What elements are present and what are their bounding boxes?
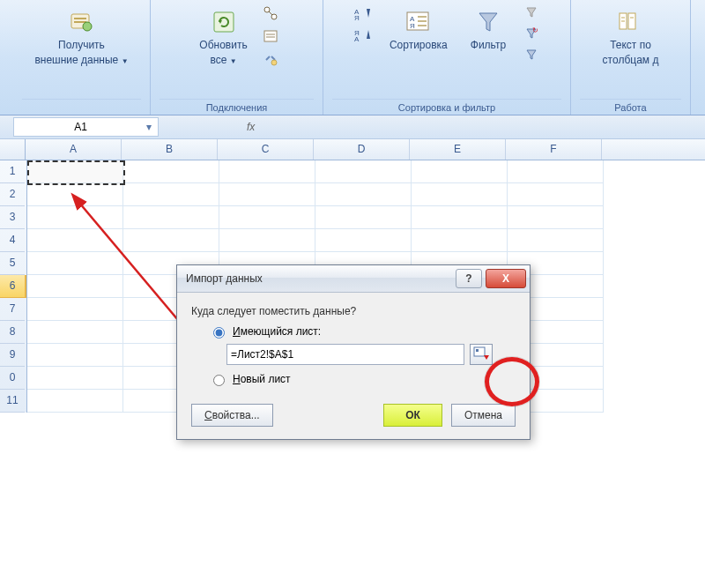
cell[interactable] [412, 183, 508, 206]
cell[interactable] [27, 321, 123, 344]
row-header[interactable]: 0 [0, 367, 25, 390]
column-headers: ABCDEF [0, 139, 705, 160]
row-header[interactable]: 2 [0, 183, 25, 206]
properties-button-dialog[interactable]: Свойства... [191, 404, 273, 427]
cell[interactable] [315, 206, 412, 229]
cell[interactable] [508, 183, 604, 206]
cell-reference-input[interactable] [226, 344, 464, 365]
column-header[interactable]: C [218, 139, 314, 160]
refresh-icon [210, 8, 238, 36]
sort-asc-button[interactable]: АЯ [354, 4, 372, 22]
column-header[interactable]: D [314, 139, 410, 160]
row-header[interactable]: 3 [0, 206, 25, 229]
select-all-corner[interactable] [0, 139, 26, 160]
svg-text:↻: ↻ [532, 27, 538, 34]
row-header[interactable]: 6 [0, 275, 26, 298]
cell[interactable] [219, 160, 315, 183]
cell[interactable] [27, 390, 123, 413]
row-header[interactable]: 9 [0, 344, 25, 367]
column-header[interactable]: B [122, 139, 218, 160]
sort-icon: АЯ [404, 8, 433, 36]
cell[interactable] [508, 229, 604, 252]
cell[interactable] [315, 183, 412, 206]
cancel-button[interactable]: Отмена [451, 404, 516, 427]
import-data-dialog: Импорт данных ? X Куда следует поместить… [176, 264, 531, 440]
svg-text:А: А [354, 35, 360, 41]
cell[interactable] [27, 344, 123, 367]
cell[interactable] [123, 160, 219, 183]
row-header[interactable]: 8 [0, 321, 25, 344]
existing-sheet-radio-row[interactable]: Имеющийся лист: [209, 324, 516, 339]
sort-button[interactable]: АЯ Сортировка [384, 4, 453, 55]
collapse-dialog-button[interactable] [470, 344, 493, 365]
existing-sheet-radio[interactable] [213, 327, 225, 339]
dialog-close-button[interactable]: X [486, 269, 526, 288]
row-header[interactable]: 7 [0, 298, 25, 321]
svg-marker-18 [367, 30, 370, 39]
row-headers: 123456789011 [0, 160, 27, 413]
dialog-titlebar[interactable]: Импорт данных ? X [177, 265, 530, 293]
row-header[interactable]: 1 [0, 160, 25, 183]
filter-button[interactable]: Фильтр [465, 4, 511, 55]
cell[interactable] [27, 229, 123, 252]
dialog-help-button[interactable]: ? [456, 269, 482, 288]
cell[interactable] [123, 206, 219, 229]
name-box-value: A1 [18, 121, 144, 133]
cell[interactable] [412, 160, 508, 183]
filter-label: Фильтр [471, 39, 506, 51]
cell[interactable] [27, 252, 123, 275]
new-sheet-label: Новый лист [233, 373, 291, 385]
cell[interactable] [27, 206, 123, 229]
row-header[interactable]: 5 [0, 252, 25, 275]
cell[interactable] [123, 183, 219, 206]
text-to-columns-label-1: Текст по [610, 39, 651, 51]
new-sheet-radio-row[interactable]: Новый лист [209, 372, 516, 386]
ok-button[interactable]: ОК [383, 404, 442, 427]
fx-icon[interactable]: fx [247, 121, 255, 133]
row-header[interactable]: 4 [0, 229, 25, 252]
cell[interactable] [508, 206, 604, 229]
svg-rect-1 [74, 18, 86, 19]
cell[interactable] [315, 229, 412, 252]
edit-links-button[interactable] [262, 50, 279, 68]
cell[interactable] [219, 229, 315, 252]
refresh-all-button[interactable]: Обновить все ▼ [194, 4, 252, 70]
column-header[interactable]: A [26, 139, 122, 160]
svg-point-3 [83, 22, 92, 31]
clear-filter-button[interactable] [523, 4, 539, 20]
cell[interactable] [27, 183, 123, 206]
text-to-columns-button[interactable]: Текст по столбцам д [597, 4, 664, 70]
cell[interactable] [219, 206, 315, 229]
new-sheet-radio[interactable] [213, 375, 225, 386]
cell[interactable] [27, 275, 123, 298]
get-external-data-button[interactable]: Получить внешние данные ▼ [29, 4, 133, 70]
cell[interactable] [123, 229, 219, 252]
row-header[interactable]: 11 [0, 390, 25, 413]
cell[interactable] [412, 206, 508, 229]
svg-rect-23 [418, 20, 427, 22]
column-header[interactable]: E [410, 139, 506, 160]
formula-input[interactable] [260, 117, 528, 137]
cell[interactable] [27, 160, 123, 183]
existing-sheet-label: Имеющийся лист: [233, 325, 321, 338]
cell[interactable] [219, 183, 315, 206]
svg-marker-15 [367, 9, 370, 18]
sort-desc-button[interactable]: ЯА [354, 26, 372, 43]
svg-marker-25 [479, 13, 497, 31]
name-box-dropdown-icon[interactable]: ▾ [144, 121, 154, 133]
reapply-button[interactable]: ↻ [523, 26, 539, 41]
properties-button[interactable] [262, 27, 279, 45]
svg-rect-22 [418, 16, 427, 18]
connections-button[interactable] [262, 4, 279, 22]
cell[interactable] [315, 160, 412, 183]
cell[interactable] [508, 160, 604, 183]
svg-point-12 [271, 60, 277, 65]
cell[interactable] [27, 367, 123, 390]
cell[interactable] [412, 229, 508, 252]
advanced-filter-button[interactable] [523, 47, 539, 63]
data-tools-group-label: Работа [580, 99, 681, 113]
name-box[interactable]: A1 ▾ [13, 117, 159, 137]
connections-group-label: Подключения [160, 99, 314, 113]
column-header[interactable]: F [506, 139, 602, 160]
cell[interactable] [27, 298, 123, 321]
